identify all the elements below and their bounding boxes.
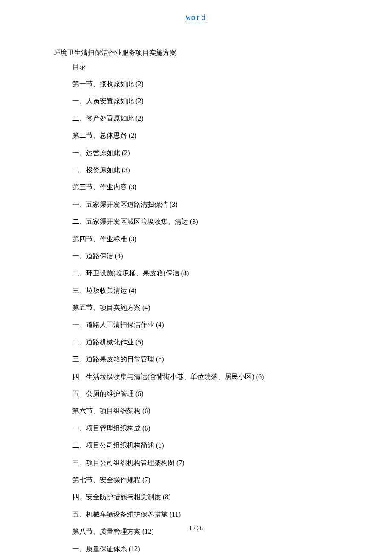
toc-item: 第七节、安全操作规程 (7) — [54, 475, 341, 485]
toc-item: 五、机械车辆设备维护保养措施 (11) — [54, 510, 341, 519]
toc-item: 二、项目公司组织机构简述 (6) — [54, 441, 341, 450]
document-page: word 环境卫生清扫保洁作业服务项目实施方案 目录 第一节、接收原如此 (2)… — [0, 0, 392, 555]
toc-item: 一、质量保证体系 (12) — [54, 544, 341, 554]
toc-item: 二、资产处置原如此 (2) — [54, 114, 341, 123]
document-title: 环境卫生清扫保洁作业服务项目实施方案 — [54, 49, 341, 58]
toc-item: 三、项目公司组织机构管理架构图 (7) — [54, 458, 341, 468]
toc-item: 第四节、作业标准 (3) — [54, 234, 341, 244]
header-link-container: word — [0, 14, 392, 22]
toc-item: 一、道路保洁 (4) — [54, 251, 341, 261]
toc-item: 一、人员安置原如此 (2) — [54, 96, 341, 106]
toc-item: 四、生活垃圾收集与清运(含背街小巷、单位院落、居民小区) (6) — [54, 372, 341, 382]
toc-item: 第三节、作业内容 (3) — [54, 182, 341, 192]
toc-item: 三、垃圾收集清运 (4) — [54, 286, 341, 295]
toc-item: 第一节、接收原如此 (2) — [54, 79, 341, 89]
document-content: 环境卫生清扫保洁作业服务项目实施方案 目录 第一节、接收原如此 (2) 一、人员… — [0, 49, 392, 554]
toc-item: 二、五家渠开发区城区垃圾收集、清运 (3) — [54, 217, 341, 226]
toc-item: 二、道路机械化作业 (5) — [54, 338, 341, 347]
toc-item: 第六节、项目组织架构 (6) — [54, 406, 341, 416]
header-word-link[interactable]: word — [186, 14, 206, 23]
toc-item: 二、环卫设施(垃圾桶、果皮箱)保洁 (4) — [54, 269, 341, 278]
page-footer: 1 / 26 — [0, 525, 392, 532]
toc-item: 一、项目管理组织构成 (6) — [54, 424, 341, 433]
toc-header: 目录 — [54, 63, 341, 72]
toc-item: 三、道路果皮箱的日常管理 (6) — [54, 355, 341, 364]
toc-item: 二、投资原如此 (3) — [54, 165, 341, 175]
toc-item: 一、运营原如此 (2) — [54, 148, 341, 158]
page-indicator: 1 / 26 — [189, 525, 203, 532]
toc-item: 五、公厕的维护管理 (6) — [54, 389, 341, 399]
toc-item: 一、道路人工清扫保洁作业 (4) — [54, 320, 341, 330]
toc-item: 第二节、总体思路 (2) — [54, 131, 341, 140]
toc-item: 四、安全防护措施与相关制度 (8) — [54, 492, 341, 502]
toc-item: 一、五家渠开发区道路清扫保洁 (3) — [54, 200, 341, 209]
toc-item: 第五节、项目实施方案 (4) — [54, 303, 341, 312]
